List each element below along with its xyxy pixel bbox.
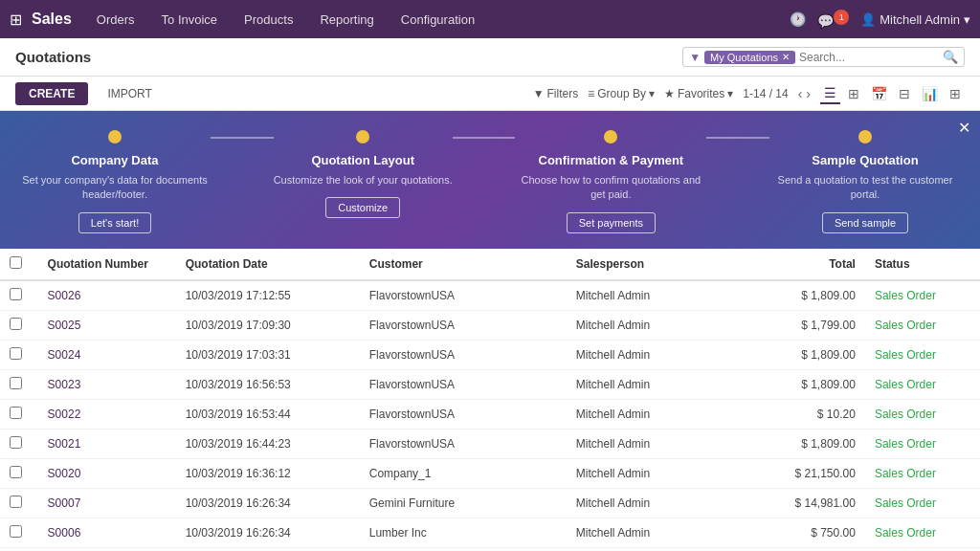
chat-badge: 1 [834, 10, 849, 25]
toolbar: CREATE IMPORT ▼ Filters ≡ Group By ▾ ★ F… [0, 77, 980, 111]
user-avatar-icon: 👤 [860, 12, 876, 27]
row-checkbox-2[interactable] [10, 347, 22, 360]
favorites-button[interactable]: ★ Favorites ▾ [664, 87, 733, 100]
row-number-cell: S0006 [38, 518, 176, 547]
step-3-title: Confirmation & Payment [539, 153, 684, 167]
row-status-cell: Sales Order [865, 310, 980, 340]
row-date-cell: 10/03/2019 17:12:55 [176, 280, 360, 311]
row-checkbox-7[interactable] [10, 496, 22, 508]
row-salesperson-cell: Mitchell Admin [567, 310, 750, 340]
step-2-button[interactable]: Customize [325, 197, 400, 218]
row-number-cell: S0025 [38, 310, 176, 340]
subheader: Quotations ▼ My Quotations ✕ 🔍 [0, 38, 980, 77]
row-status-cell: Sales Order [865, 547, 980, 551]
quotation-number-link[interactable]: S0022 [48, 408, 81, 421]
status-badge: Sales Order [875, 496, 936, 510]
setup-step-3: Confirmation & Payment Choose how to con… [515, 130, 706, 233]
group-by-button[interactable]: ≡ Group By ▾ [588, 87, 655, 100]
quotation-number-link[interactable]: S0021 [48, 437, 81, 451]
next-page-button[interactable]: › [806, 86, 811, 101]
row-checkbox-0[interactable] [10, 288, 22, 300]
prev-page-button[interactable]: ‹ [798, 86, 803, 101]
row-checkbox-8[interactable] [10, 525, 22, 538]
status-badge: Sales Order [875, 348, 936, 362]
row-date-cell: 10/03/2019 16:26:34 [176, 488, 360, 518]
step-2-dot [356, 130, 369, 143]
pivot-view-button[interactable]: ⊟ [895, 83, 914, 104]
navbar-right: 🕐 💬1 👤 Mitchell Admin ▾ [790, 10, 970, 29]
nav-products[interactable]: Products [238, 9, 299, 31]
status-badge: Sales Order [875, 467, 936, 480]
row-checkbox-6[interactable] [10, 466, 22, 478]
step-connector-1 [211, 137, 274, 139]
filter-icon: ▼ [689, 51, 701, 64]
grid-icon[interactable]: ⊞ [10, 11, 22, 29]
quotation-number-link[interactable]: S0020 [48, 467, 81, 480]
list-view-button[interactable]: ☰ [820, 83, 840, 104]
chat-icon[interactable]: 💬1 [817, 10, 849, 29]
nav-orders[interactable]: Orders [91, 9, 141, 31]
search-icon[interactable]: 🔍 [943, 50, 958, 64]
star-icon: ★ [664, 87, 675, 100]
header-customer: Customer [360, 249, 567, 280]
quotation-number-link[interactable]: S0023 [48, 378, 81, 391]
table-row: S0020 10/03/2019 16:36:12 Company_1 Mitc… [0, 458, 980, 488]
activity-view-button[interactable]: ⊞ [946, 83, 965, 104]
row-total-cell: $ 14,981.00 [750, 488, 865, 518]
header-quotation-number: Quotation Number [38, 249, 176, 280]
step-3-button[interactable]: Set payments [567, 212, 656, 233]
nav-to-invoice[interactable]: To Invoice [156, 9, 224, 31]
quotation-number-link[interactable]: S0024 [48, 348, 81, 362]
pagination-arrows: ‹ › [798, 86, 811, 101]
row-number-cell: S0026 [38, 280, 176, 311]
quotation-number-link[interactable]: S0007 [48, 496, 81, 510]
header-status: Status [865, 249, 980, 280]
row-checkbox-1[interactable] [10, 318, 22, 330]
clock-icon[interactable]: 🕐 [790, 11, 806, 27]
row-checkbox-5[interactable] [10, 436, 22, 449]
quotation-number-link[interactable]: S0026 [48, 289, 81, 302]
step-4-button[interactable]: Send sample [822, 212, 908, 233]
quotation-number-link[interactable]: S0006 [48, 526, 81, 540]
row-customer-cell: Company_1 [360, 458, 567, 488]
filters-button[interactable]: ▼ Filters [533, 87, 579, 100]
nav-reporting[interactable]: Reporting [314, 9, 379, 31]
row-total-cell: $ 750.00 [750, 518, 865, 547]
row-checkbox-3[interactable] [10, 377, 22, 389]
pagination-info: 1-14 / 14 [743, 87, 788, 100]
calendar-view-button[interactable]: 📅 [867, 83, 891, 104]
nav-configuration[interactable]: Configuration [395, 9, 480, 31]
import-button[interactable]: IMPORT [100, 82, 159, 105]
row-date-cell: 10/03/2019 16:44:23 [176, 429, 360, 458]
row-salesperson-cell: Mitchell Admin [567, 399, 750, 429]
step-1-button[interactable]: Let's start! [78, 212, 151, 233]
row-number-cell: S0007 [38, 488, 176, 518]
row-total-cell: $ 10.20 [750, 399, 865, 429]
step-connector-3 [706, 137, 769, 139]
banner-close-button[interactable]: ✕ [958, 119, 970, 137]
row-customer-cell: FlavorstownUSA [360, 280, 567, 311]
header-total: Total [750, 249, 865, 280]
group-by-chevron: ▾ [649, 87, 655, 100]
select-all-checkbox[interactable] [10, 256, 22, 269]
step-4-title: Sample Quotation [812, 153, 918, 167]
quotations-table-container: Quotation Number Quotation Date Customer… [0, 249, 980, 551]
row-checkbox-4[interactable] [10, 407, 22, 419]
kanban-view-button[interactable]: ⊞ [844, 83, 863, 104]
graph-view-button[interactable]: 📊 [918, 83, 942, 104]
search-input[interactable] [799, 51, 943, 64]
row-total-cell: $ 2,240.00 [750, 547, 865, 551]
header-quotation-date: Quotation Date [176, 249, 360, 280]
setup-banner: ✕ Company Data Set your company's data f… [0, 111, 980, 249]
group-icon: ≡ [588, 87, 594, 100]
search-tag[interactable]: My Quotations ✕ [704, 51, 795, 64]
search-tag-remove[interactable]: ✕ [782, 52, 790, 62]
row-number-cell: S0021 [38, 429, 176, 458]
quotation-number-link[interactable]: S0025 [48, 319, 81, 332]
step-3-desc: Choose how to confirm quotations and get… [515, 173, 706, 203]
step-2-title: Quotation Layout [311, 153, 414, 167]
user-menu[interactable]: 👤 Mitchell Admin ▾ [860, 12, 970, 27]
create-button[interactable]: CREATE [15, 82, 88, 105]
row-total-cell: $ 1,809.00 [750, 280, 865, 311]
row-total-cell: $ 1,809.00 [750, 369, 865, 399]
